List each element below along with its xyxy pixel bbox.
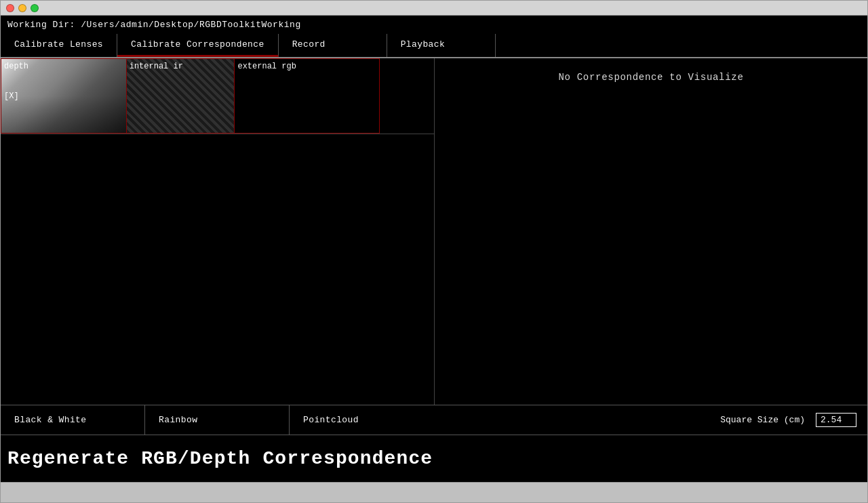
black-white-button[interactable]: Black & White: [1, 405, 145, 435]
maximize-button[interactable]: [31, 4, 39, 12]
left-black-area: [1, 134, 434, 405]
pointcloud-button[interactable]: Pointcloud: [290, 405, 434, 435]
x-label: [X]: [4, 92, 19, 101]
depth-label: depth: [4, 62, 28, 71]
panels-area: depth [X] internal ir external rgb: [1, 58, 867, 405]
working-dir-text: Working Dir: /Users/admin/Desktop/RGBDTo…: [7, 20, 301, 30]
content-area: depth [X] internal ir external rgb: [1, 58, 867, 482]
rgb-feed: external rgb: [235, 58, 380, 134]
right-panel: No Correspondence to Visualize: [435, 58, 867, 405]
working-dir-bar: Working Dir: /Users/admin/Desktop/RGBDTo…: [1, 16, 867, 34]
rgb-label: external rgb: [237, 62, 296, 71]
ir-label: internal ir: [130, 62, 183, 71]
regenerate-label: Regenerate RGB/Depth Correspondence: [7, 448, 433, 469]
minimize-button[interactable]: [18, 4, 26, 12]
square-size-label: Square Size (cm): [709, 415, 816, 425]
no-correspondence-text: No Correspondence to Visualize: [558, 72, 743, 83]
camera-feeds-row: depth [X] internal ir external rgb: [1, 58, 434, 134]
tab-calibrate-correspondence[interactable]: Calibrate Correspondence: [117, 34, 279, 57]
regenerate-bar[interactable]: Regenerate RGB/Depth Correspondence: [1, 435, 867, 482]
bottom-bar: Black & White Rainbow Pointcloud Square …: [1, 405, 867, 435]
tab-calibrate-lenses[interactable]: Calibrate Lenses: [1, 34, 117, 57]
tab-bar: Calibrate Lenses Calibrate Correspondenc…: [1, 34, 867, 58]
close-button[interactable]: [6, 4, 14, 12]
left-panel: depth [X] internal ir external rgb: [1, 58, 435, 405]
depth-feed: depth [X]: [1, 58, 127, 134]
tab-playback[interactable]: Playback: [387, 34, 496, 57]
ir-feed: internal ir: [127, 58, 235, 134]
extra-feed: [380, 58, 434, 134]
square-size-input[interactable]: [816, 413, 856, 427]
rainbow-button[interactable]: Rainbow: [145, 405, 290, 435]
app-window: Working Dir: /Users/admin/Desktop/RGBDTo…: [0, 0, 868, 503]
window-chrome: [1, 1, 867, 16]
tab-record[interactable]: Record: [279, 34, 387, 57]
footer-bar: [1, 482, 867, 502]
